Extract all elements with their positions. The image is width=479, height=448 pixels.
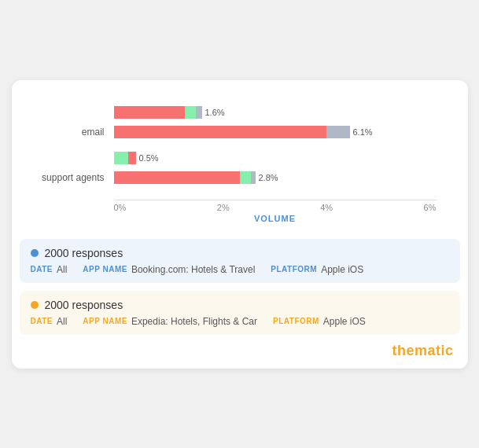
bar-value-label: 0.5% [139, 153, 159, 163]
blue-dot [31, 249, 39, 257]
bar [114, 152, 136, 164]
chart-group: 1.6%email6.1% [35, 104, 437, 143]
meta-key: PLATFORM [273, 317, 319, 325]
x-tick: 2% [217, 203, 230, 212]
red-segment [114, 106, 185, 119]
bar [114, 106, 202, 119]
x-axis-ticks: 0%2%4%6% [114, 200, 437, 212]
meta-key: PLATFORM [271, 265, 317, 274]
y-axis-label: support agents [35, 172, 114, 183]
bar-row: 1.6% [35, 104, 437, 121]
meta-value: All [57, 316, 67, 327]
chart-area: 1.6%email6.1%0.5%support agents2.8% 0%2%… [20, 96, 460, 231]
x-tick: 6% [424, 203, 437, 212]
x-axis-label: VOLUME [114, 214, 437, 223]
bar-track: 0.5% [114, 152, 437, 164]
bar-row: 0.5% [35, 149, 437, 167]
bar-track: 2.8% [114, 171, 437, 184]
meta-group: APP NAMEExpedia: Hotels, Flights & Car [83, 316, 257, 327]
meta-group: APP NAMEBooking.com: Hotels & Travel [83, 264, 255, 275]
gray-segment [251, 171, 256, 184]
orange-dot [31, 301, 39, 309]
brand-text: thematic [392, 343, 453, 358]
gray-segment [326, 126, 350, 138]
x-tick: 4% [320, 203, 333, 212]
green-segment [114, 152, 128, 164]
meta-group: DATEAll [31, 316, 68, 327]
meta-key: APP NAME [83, 317, 127, 325]
meta-value: Booking.com: Hotels & Travel [131, 264, 255, 275]
response-meta: DATEAllAPP NAMEBooking.com: Hotels & Tra… [31, 264, 449, 275]
response-count: 2000 responses [45, 247, 123, 259]
bar-value-label: 2.8% [259, 173, 278, 182]
red-segment [114, 171, 240, 184]
green-segment [185, 106, 196, 119]
green-segment [240, 171, 251, 184]
meta-value: Expedia: Hotels, Flights & Car [131, 316, 257, 327]
bar [114, 126, 350, 138]
red-segment [114, 126, 326, 138]
meta-group: DATEAll [31, 264, 68, 275]
meta-value: All [57, 264, 67, 275]
response-count: 2000 responses [45, 299, 123, 311]
x-tick: 0% [114, 203, 127, 212]
response-header: 2000 responses [31, 299, 449, 311]
red-segment [128, 152, 136, 164]
bar [114, 171, 256, 184]
meta-key: APP NAME [83, 265, 127, 274]
meta-group: PLATFORMApple iOS [273, 316, 366, 327]
gray-segment [196, 106, 202, 119]
bar-value-label: 6.1% [353, 127, 373, 137]
meta-key: DATE [31, 265, 53, 274]
response-meta: DATEAllAPP NAMEExpedia: Hotels, Flights … [31, 316, 449, 327]
brand-logo: thematic [20, 335, 460, 361]
meta-group: PLATFORMApple iOS [271, 264, 363, 275]
meta-key: DATE [31, 317, 53, 325]
bar-row: support agents2.8% [35, 169, 437, 186]
response-card-1: 2000 responsesDATEAllAPP NAMEExpedia: Ho… [20, 291, 460, 335]
response-header: 2000 responses [31, 247, 449, 259]
response-card-0: 2000 responsesDATEAllAPP NAMEBooking.com… [20, 239, 460, 283]
bar-track: 6.1% [114, 126, 437, 138]
meta-value: Apple iOS [321, 264, 363, 275]
bar-value-label: 1.6% [205, 108, 225, 117]
chart-group: 0.5%support agents2.8% [35, 149, 437, 189]
meta-value: Apple iOS [323, 316, 366, 327]
bar-row: email6.1% [35, 123, 437, 141]
bar-track: 1.6% [114, 106, 437, 119]
main-card: 1.6%email6.1%0.5%support agents2.8% 0%2%… [12, 80, 468, 369]
y-axis-label: email [35, 127, 114, 138]
